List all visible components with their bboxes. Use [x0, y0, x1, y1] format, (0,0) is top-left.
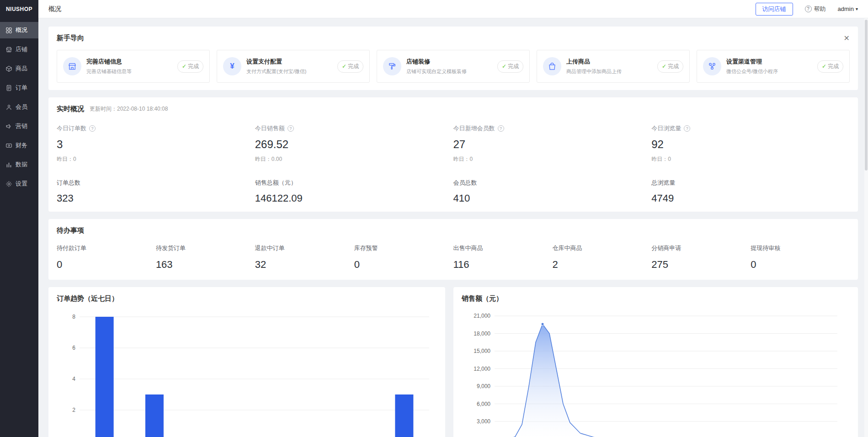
dashboard-icon — [5, 27, 12, 34]
guide-item-upload-goods[interactable]: 上传商品 商品管理中添加商品上传 ✓ 完成 — [537, 50, 690, 83]
stat-value: 27 — [453, 138, 652, 151]
stat-value: 3 — [57, 138, 255, 151]
todo-label: 分销商申请 — [651, 244, 751, 252]
settings-icon — [5, 181, 12, 187]
stat-yesterday: 昨日：0 — [453, 155, 652, 163]
stat-total-value: 410 — [453, 192, 652, 204]
guide-item-title: 设置支付配置 — [246, 58, 306, 66]
sidebar-item-label: 营销 — [16, 122, 27, 130]
user-menu[interactable]: admin ▾ — [838, 5, 858, 12]
guide-item-shop-info[interactable]: 完善店铺信息 完善店铺基础信息等 ✓ 完成 — [57, 50, 210, 83]
svg-text:9,000: 9,000 — [477, 383, 490, 389]
todo-item-in-warehouse[interactable]: 仓库中商品 2 — [552, 244, 651, 272]
todo-item-stock-warning[interactable]: 库存预警 0 — [354, 244, 453, 272]
stat-total-label: 销售总额（元） — [255, 179, 453, 187]
yen-icon: ¥ — [223, 57, 241, 75]
svg-text:6,000: 6,000 — [477, 401, 490, 407]
order-trend-card: 订单趋势（近七日） 2468 — [48, 287, 445, 437]
todo-item-refunding[interactable]: 退款中订单 32 — [255, 244, 354, 272]
guide-item-desc: 支付方式配置(支付宝/微信) — [246, 68, 306, 75]
todo-value: 32 — [255, 259, 354, 272]
realtime-overview-card: 实时概况 更新时间：2022-08-10 18:40:08 今日订单数? 3 昨… — [48, 97, 858, 212]
done-badge: ✓ 完成 — [817, 60, 843, 73]
stats-grid: 今日订单数? 3 昨日：0 订单总数 323 今日销售额? 269.52 昨日：… — [57, 124, 850, 204]
guide-item-shop-decoration[interactable]: 店铺装修 店铺可实现自定义模板装修 ✓ 完成 — [377, 50, 530, 83]
sidebar-nav: 概况 店铺 商品 订单 会员 营销 财务 数据 — [0, 22, 38, 192]
order-icon — [5, 85, 12, 91]
channels-icon — [703, 57, 721, 75]
help-icon[interactable]: ? — [498, 125, 504, 132]
todo-value: 116 — [453, 259, 553, 272]
order-trend-chart: 2468 — [57, 309, 436, 437]
sidebar-item-data[interactable]: 数据 — [0, 156, 38, 173]
stat-total-value: 323 — [57, 192, 255, 204]
sidebar-item-shop[interactable]: 店铺 — [0, 41, 38, 58]
sales-amount-title: 销售额（元） — [462, 294, 850, 303]
order-trend-title: 订单趋势（近七日） — [57, 294, 437, 303]
shop-icon — [5, 46, 12, 53]
help-icon: ? — [805, 5, 812, 12]
guide-item-channel-management[interactable]: 设置渠道管理 微信公众号/微信小程序 ✓ 完成 — [697, 50, 850, 83]
username: admin — [838, 5, 854, 12]
check-icon: ✓ — [502, 63, 506, 69]
chevron-down-icon: ▾ — [856, 6, 858, 11]
help-link[interactable]: ? 帮助 — [805, 5, 826, 13]
todo-item-distributor-apply[interactable]: 分销商申请 275 — [651, 244, 751, 272]
stat-yesterday: 昨日：0 — [57, 155, 255, 163]
done-label: 完成 — [348, 63, 359, 70]
sidebar-item-label: 概况 — [16, 26, 27, 34]
sidebar-item-goods[interactable]: 商品 — [0, 60, 38, 77]
sidebar-item-members[interactable]: 会员 — [0, 99, 38, 115]
help-label: 帮助 — [814, 5, 826, 13]
sidebar-item-label: 数据 — [16, 160, 27, 169]
done-label: 完成 — [828, 63, 839, 70]
goods-icon — [5, 65, 12, 72]
sidebar-item-overview[interactable]: 概况 — [0, 22, 38, 38]
todo-grid: 待付款订单 0 待发货订单 163 退款中订单 32 库存预警 0 出售中商品 … — [57, 244, 850, 272]
sidebar-item-label: 订单 — [16, 84, 27, 92]
stat-total-label: 会员总数 — [453, 179, 652, 187]
marketing-icon — [5, 123, 12, 130]
stat-total-label: 总浏览量 — [651, 179, 850, 187]
stat-yesterday: 昨日：0 — [651, 155, 850, 163]
sidebar-item-marketing[interactable]: 营销 — [0, 118, 38, 134]
close-icon[interactable]: ✕ — [844, 35, 850, 42]
stat-value: 92 — [651, 138, 850, 151]
done-badge: ✓ 完成 — [497, 60, 523, 73]
help-icon[interactable]: ? — [684, 125, 690, 132]
sidebar-item-label: 店铺 — [16, 45, 27, 53]
page-scrollbar[interactable] — [865, 20, 868, 171]
todo-item-withdraw-review[interactable]: 提现待审核 0 — [751, 244, 850, 272]
stat-today-sales: 今日销售额? 269.52 昨日：0.00 销售总额（元） 146122.09 — [255, 124, 453, 204]
todo-item-pending-payment[interactable]: 待付款订单 0 — [57, 244, 156, 272]
stat-total-value: 146122.09 — [255, 192, 453, 204]
check-icon: ✓ — [662, 63, 666, 69]
sidebar-item-settings[interactable]: 设置 — [0, 176, 38, 192]
todo-value: 0 — [354, 259, 453, 272]
svg-text:15,000: 15,000 — [474, 348, 490, 354]
done-label: 完成 — [668, 63, 679, 70]
todo-label: 待付款订单 — [57, 244, 156, 252]
stat-total-value: 4749 — [651, 192, 850, 204]
stat-today-new-members: 今日新增会员数? 27 昨日：0 会员总数 410 — [453, 124, 652, 204]
guide-item-title: 上传商品 — [566, 58, 622, 66]
visit-shop-button[interactable]: 访问店铺 — [756, 3, 793, 16]
todo-item-on-sale[interactable]: 出售中商品 116 — [453, 244, 553, 272]
stat-today-pageviews: 今日浏览量? 92 昨日：0 总浏览量 4749 — [651, 124, 850, 204]
todo-value: 0 — [57, 259, 156, 272]
guide-item-desc: 商品管理中添加商品上传 — [566, 68, 622, 75]
sidebar-item-orders[interactable]: 订单 — [0, 80, 38, 96]
help-icon[interactable]: ? — [89, 125, 96, 132]
sidebar-item-label: 财务 — [16, 141, 27, 149]
help-icon[interactable]: ? — [288, 125, 294, 132]
done-badge: ✓ 完成 — [657, 60, 683, 73]
main-content: 新手导向 ✕ 完善店铺信息 完善店铺基础信息等 ✓ 完成 ¥ — [38, 18, 868, 437]
guide-item-payment-config[interactable]: ¥ 设置支付配置 支付方式配置(支付宝/微信) ✓ 完成 — [217, 50, 370, 83]
todo-title: 待办事项 — [57, 226, 84, 235]
sidebar-item-finance[interactable]: 财务 — [0, 137, 38, 154]
check-icon: ✓ — [182, 63, 186, 69]
stat-value: 269.52 — [255, 138, 453, 151]
finance-icon — [5, 142, 12, 149]
todo-item-pending-shipment[interactable]: 待发货订单 163 — [156, 244, 255, 272]
done-badge: ✓ 完成 — [177, 60, 203, 73]
